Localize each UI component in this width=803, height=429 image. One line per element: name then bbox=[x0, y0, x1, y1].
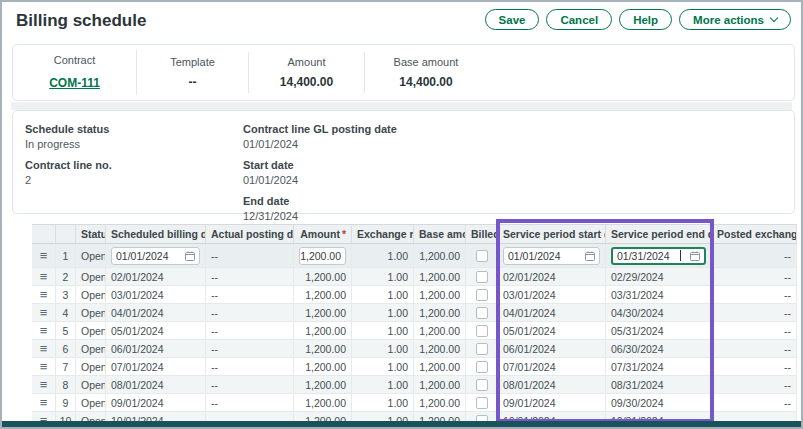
more-actions-button[interactable]: More actions bbox=[679, 9, 791, 30]
table-row: ≡3Open03/01/2024--1,200.001.001,200.0003… bbox=[32, 286, 797, 304]
template-value: -- bbox=[143, 75, 242, 89]
cell-status: Open bbox=[76, 358, 106, 375]
cell-service_end: 01/31/2024 bbox=[606, 244, 712, 267]
details-right-column: Contract line GL posting date 01/01/2024… bbox=[243, 123, 782, 205]
billed-checkbox[interactable] bbox=[476, 289, 488, 301]
column-header-amount: Amount* bbox=[294, 225, 352, 243]
column-header-label: Scheduled billing date bbox=[111, 228, 206, 240]
cell-exchange_rate: 1.00 bbox=[352, 322, 414, 339]
service_start-input[interactable]: 01/01/2024 bbox=[503, 247, 600, 265]
base-amount-value: 14,400.00 bbox=[371, 75, 481, 89]
cell-base_amount: 1,200.00 bbox=[414, 322, 466, 339]
save-button[interactable]: Save bbox=[485, 9, 540, 30]
summary-base-amount: Base amount 14,400.00 bbox=[365, 52, 487, 93]
help-button[interactable]: Help bbox=[619, 9, 672, 30]
cell-base_amount: 1,200.00 bbox=[414, 286, 466, 303]
drag-handle-icon[interactable]: ≡ bbox=[40, 362, 48, 372]
calendar-icon bbox=[185, 251, 195, 261]
cell-base_amount: 1,200.00 bbox=[414, 304, 466, 321]
table-row: ≡2Open02/01/2024--1,200.001.001,200.0002… bbox=[32, 268, 797, 286]
cell-service_start: 05/01/2024 bbox=[498, 322, 606, 339]
cell-billed bbox=[466, 322, 498, 339]
end-date-value: 12/31/2024 bbox=[243, 210, 782, 222]
card-gap-band bbox=[11, 102, 792, 110]
cell-service_end: 03/31/2024 bbox=[606, 286, 712, 303]
column-header-base_amount: Base amount bbox=[414, 225, 466, 243]
text-caret bbox=[680, 250, 681, 261]
cell-service_start: 03/01/2024 bbox=[498, 286, 606, 303]
cell-num: 5 bbox=[56, 322, 76, 339]
cancel-button[interactable]: Cancel bbox=[546, 9, 612, 30]
cell-billed bbox=[466, 394, 498, 411]
cell-handle: ≡ bbox=[32, 322, 56, 339]
billed-checkbox[interactable] bbox=[476, 250, 488, 262]
footer-bar bbox=[2, 421, 801, 427]
billed-checkbox[interactable] bbox=[476, 271, 488, 283]
cell-actual: -- bbox=[206, 322, 294, 339]
cell-status: Open bbox=[76, 304, 106, 321]
cell-num: 8 bbox=[56, 376, 76, 393]
required-asterisk: * bbox=[342, 228, 346, 240]
cell-handle: ≡ bbox=[32, 304, 56, 321]
drag-handle-icon[interactable]: ≡ bbox=[40, 326, 48, 336]
drag-handle-icon[interactable]: ≡ bbox=[40, 380, 48, 390]
input-value: 1,200.00 bbox=[300, 250, 341, 262]
drag-handle-icon[interactable]: ≡ bbox=[40, 344, 48, 354]
contract-label: Contract bbox=[19, 54, 130, 66]
cell-service_end: 08/31/2024 bbox=[606, 376, 712, 393]
billed-checkbox[interactable] bbox=[476, 307, 488, 319]
drag-handle-icon[interactable]: ≡ bbox=[40, 272, 48, 282]
cell-amount: 1,200.00 bbox=[294, 358, 352, 375]
cell-billed bbox=[466, 358, 498, 375]
cell-num: 4 bbox=[56, 304, 76, 321]
cell-actual: -- bbox=[206, 286, 294, 303]
cell-service_start: 09/01/2024 bbox=[498, 394, 606, 411]
cell-status: Open bbox=[76, 286, 106, 303]
cell-service_end: 06/30/2024 bbox=[606, 340, 712, 357]
drag-handle-icon[interactable]: ≡ bbox=[40, 398, 48, 408]
column-header-billed: Billed bbox=[466, 225, 498, 243]
billed-checkbox[interactable] bbox=[476, 397, 488, 409]
cell-scheduled: 02/01/2024 bbox=[106, 268, 206, 285]
drag-handle-icon[interactable]: ≡ bbox=[40, 308, 48, 318]
cell-status: Open bbox=[76, 268, 106, 285]
cell-scheduled: 03/01/2024 bbox=[106, 286, 206, 303]
drag-handle-icon[interactable]: ≡ bbox=[40, 251, 48, 261]
column-header-label: Service period end date bbox=[611, 228, 712, 240]
scheduled-input[interactable]: 01/01/2024 bbox=[111, 247, 200, 265]
billed-checkbox[interactable] bbox=[476, 361, 488, 373]
schedule-details-card: Schedule status In progress Contract lin… bbox=[12, 110, 795, 214]
billed-checkbox[interactable] bbox=[476, 379, 488, 391]
cell-service_start: 06/01/2024 bbox=[498, 340, 606, 357]
billing-schedule-page: Billing schedule Save Cancel Help More a… bbox=[0, 0, 803, 429]
cell-posted_rate: -- bbox=[712, 286, 797, 303]
amount-input[interactable]: 1,200.00 bbox=[299, 247, 346, 265]
cell-billed bbox=[466, 376, 498, 393]
column-header-status: Status bbox=[76, 225, 106, 243]
contract-summary-card: Contract COM-111 Template -- Amount 14,4… bbox=[12, 44, 795, 101]
contract-link[interactable]: COM-111 bbox=[49, 76, 100, 90]
cell-base_amount: 1,200.00 bbox=[414, 394, 466, 411]
start-date-field: Start date 01/01/2024 bbox=[243, 159, 782, 186]
table-row: ≡5Open05/01/2024--1,200.001.001,200.0005… bbox=[32, 322, 797, 340]
input-value: 01/01/2024 bbox=[508, 250, 561, 262]
input-value: 01/31/2024 bbox=[617, 250, 670, 262]
cell-status: Open bbox=[76, 394, 106, 411]
service_end-input[interactable]: 01/31/2024 bbox=[611, 247, 706, 265]
column-header-posted_rate: Posted exchange rate bbox=[712, 225, 797, 243]
drag-handle-icon[interactable]: ≡ bbox=[40, 290, 48, 300]
table-row: ≡8Open08/01/2024--1,200.001.001,200.0008… bbox=[32, 376, 797, 394]
cell-exchange_rate: 1.00 bbox=[352, 244, 414, 267]
cell-base_amount: 1,200.00 bbox=[414, 358, 466, 375]
cell-posted_rate: -- bbox=[712, 244, 797, 267]
billed-checkbox[interactable] bbox=[476, 325, 488, 337]
contract-line-no-value: 2 bbox=[25, 174, 243, 186]
column-header-label: Billed bbox=[471, 228, 498, 240]
schedule-status-label: Schedule status bbox=[25, 123, 243, 135]
cell-exchange_rate: 1.00 bbox=[352, 358, 414, 375]
summary-template: Template -- bbox=[137, 52, 249, 93]
cell-base_amount: 1,200.00 bbox=[414, 268, 466, 285]
cell-actual: -- bbox=[206, 304, 294, 321]
schedule-status-value: In progress bbox=[25, 138, 243, 150]
billed-checkbox[interactable] bbox=[476, 343, 488, 355]
